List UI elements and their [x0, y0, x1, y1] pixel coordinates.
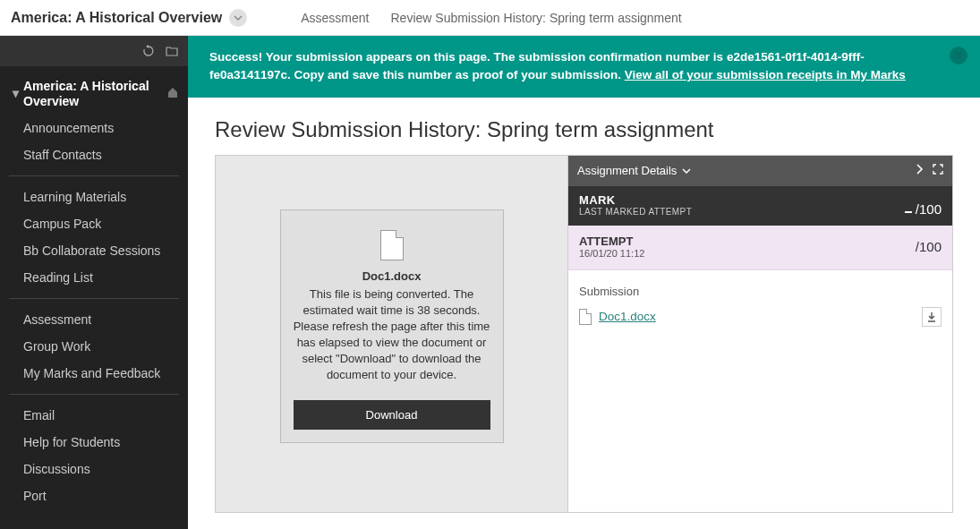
sidebar-item[interactable]: Announcements — [9, 115, 179, 141]
chevron-down-icon — [234, 13, 243, 22]
attempt-timestamp: 16/01/20 11:12 — [579, 248, 644, 259]
course-title-text: America: A Historical Overview — [11, 10, 222, 26]
banner-receipts-link[interactable]: View all of your submission receipts in … — [625, 68, 906, 81]
file-icon — [579, 309, 592, 325]
page-title: Review Submission History: Spring term a… — [188, 98, 980, 155]
sidebar-item[interactable]: Campus Pack — [9, 210, 179, 237]
banner-close-button[interactable] — [950, 47, 967, 64]
sidebar-tools — [0, 36, 188, 66]
sidebar-item[interactable]: Discussions — [9, 456, 179, 482]
attempt-label: ATTEMPT — [579, 235, 644, 248]
details-tools — [915, 164, 943, 177]
document-icon — [380, 230, 404, 260]
sidebar-item[interactable]: Staff Contacts — [9, 141, 179, 168]
sidebar-item[interactable]: Port — [9, 482, 179, 509]
sidebar-item[interactable]: Help for Students — [9, 429, 179, 456]
home-icon[interactable] — [166, 86, 179, 102]
details-header-label: Assignment Details — [577, 164, 677, 177]
sidebar-root-label: America: A Historical Overview — [23, 79, 166, 109]
sidebar-root-item[interactable]: ▾ America: A Historical Overview — [9, 73, 179, 115]
attempt-row[interactable]: ATTEMPT 16/01/20 11:12 /100 — [568, 226, 952, 270]
breadcrumb-item[interactable]: Assessment — [301, 11, 369, 25]
download-button[interactable]: Download — [294, 400, 490, 430]
details-header: Assignment Details — [568, 156, 952, 186]
preview-message: This file is being converted. The estima… — [294, 286, 490, 384]
file-download-button[interactable] — [922, 307, 942, 327]
sidebar-item[interactable]: Bb Collaborate Sessions — [9, 237, 179, 264]
fullscreen-button[interactable] — [933, 164, 943, 177]
refresh-icon[interactable] — [141, 44, 156, 58]
mark-label: MARK — [579, 193, 692, 207]
mark-out-of: /100 — [916, 201, 942, 217]
submission-file-link[interactable]: Doc1.docx — [599, 310, 656, 323]
submission-block: Submission Doc1.docx — [568, 270, 952, 341]
breadcrumb: Assessment Review Submission History: Sp… — [301, 11, 681, 25]
sidebar-item[interactable]: Assessment — [9, 306, 179, 333]
chevron-right-icon — [915, 164, 924, 175]
close-icon — [954, 51, 963, 60]
course-title-container: America: A Historical Overview — [11, 9, 247, 27]
sidebar-item[interactable]: My Marks and Feedback — [9, 360, 179, 387]
preview-card: Doc1.docx This file is being converted. … — [280, 209, 504, 443]
nav-group: Email Help for Students Discussions Port — [9, 395, 179, 516]
submission-panel: Doc1.docx This file is being converted. … — [215, 155, 953, 513]
folder-icon[interactable] — [165, 44, 179, 58]
expand-icon — [933, 164, 943, 175]
mark-value-empty — [905, 211, 912, 213]
mark-row: MARK LAST MARKED ATTEMPT /100 — [568, 186, 952, 226]
main-area: Success! Your submission appears on this… — [188, 36, 980, 529]
sidebar: ▾ America: A Historical Overview Announc… — [0, 36, 188, 529]
top-bar: America: A Historical Overview Assessmen… — [0, 0, 980, 36]
course-menu-toggle[interactable] — [229, 9, 247, 27]
mark-score: /100 — [905, 201, 942, 217]
mark-subtitle: LAST MARKED ATTEMPT — [579, 207, 692, 217]
submission-label: Submission — [579, 285, 942, 298]
success-banner: Success! Your submission appears on this… — [188, 36, 980, 98]
assignment-details: Assignment Details MARK LAST MARKED ATTE… — [567, 156, 952, 512]
submission-file-row: Doc1.docx — [579, 307, 942, 327]
nav-group: Learning Materials Campus Pack Bb Collab… — [9, 176, 179, 299]
nav-group: Assessment Group Work My Marks and Feedb… — [9, 299, 179, 395]
sidebar-item[interactable]: Group Work — [9, 333, 179, 360]
next-button[interactable] — [915, 164, 924, 177]
banner-text-prefix: Success! Your submission appears on this… — [209, 50, 727, 64]
banner-text-suffix: . Copy and save this number as proof of … — [287, 68, 625, 81]
sidebar-item[interactable]: Reading List — [9, 264, 179, 291]
nav-group-root: ▾ America: A Historical Overview Announc… — [9, 66, 179, 176]
breadcrumb-item[interactable]: Review Submission History: Spring term a… — [391, 11, 682, 25]
document-preview-area: Doc1.docx This file is being converted. … — [216, 156, 567, 512]
chevron-down-icon — [682, 166, 691, 175]
sidebar-item[interactable]: Email — [9, 402, 179, 429]
attempt-out-of: /100 — [916, 239, 942, 254]
preview-file-name: Doc1.docx — [294, 269, 490, 283]
download-icon — [926, 311, 937, 322]
sidebar-item[interactable]: Learning Materials — [9, 183, 179, 210]
caret-down-icon: ▾ — [9, 86, 21, 101]
details-toggle[interactable]: Assignment Details — [577, 164, 691, 177]
